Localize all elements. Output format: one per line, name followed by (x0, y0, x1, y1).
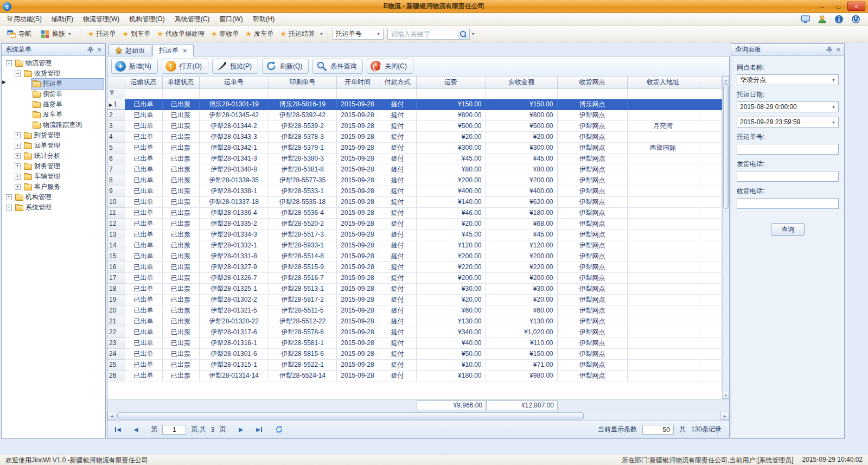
table-row[interactable]: ▶7 已出单 已出票 伊犁28-01340-8 伊犁28-5381-8 2015… (107, 164, 722, 175)
table-row[interactable]: ▶4 已出单 已出票 伊犁28-01343-3 伊犁28-5378-3 2015… (107, 131, 722, 142)
first-page-button[interactable]: ◀ (115, 427, 121, 432)
table-row[interactable]: ▶22 已出单 已出票 伊犁28-01317-6 伊犁28-5578-6 201… (107, 327, 722, 337)
menu-item[interactable]: 窗口(W) (214, 12, 247, 26)
table-row[interactable]: ▶6 已出单 已出票 伊犁28-01341-3 伊犁28-5380-3 2015… (107, 153, 722, 164)
filter-cell[interactable] (269, 88, 336, 99)
query-button[interactable]: 查询 (771, 223, 805, 236)
current-page-input[interactable] (162, 425, 186, 435)
tree-node[interactable]: 物流管理 (14, 58, 104, 69)
tree-node[interactable]: 客户服务 (22, 181, 104, 193)
filter-cell[interactable] (199, 88, 269, 99)
tree-expander-icon[interactable]: + (15, 153, 21, 159)
horizontal-scrollbar[interactable]: ◀ ▶ (107, 411, 729, 420)
column-header[interactable]: 付款方式 (379, 77, 416, 88)
filter-cell[interactable] (627, 88, 699, 99)
table-row[interactable]: ▶3 已出单 已出票 伊犁28-01344-2 伊犁28-5539-2 2015… (107, 120, 722, 131)
tree-node[interactable]: 回单管理 (22, 140, 104, 151)
favorite-shortcut[interactable]: ★ 发车单 (242, 28, 277, 40)
menu-item[interactable]: 帮助(H) (248, 12, 280, 26)
table-row[interactable]: ▶15 已出单 已出票 伊犁28-01331-8 伊犁28-5514-8 201… (107, 251, 722, 262)
table-row[interactable]: ▶13 已出单 已出票 伊犁28-01334-3 伊犁28-5517-3 201… (107, 229, 722, 240)
filter-cell[interactable] (416, 88, 486, 99)
filter-cell[interactable] (486, 88, 557, 99)
skin-button[interactable]: 换肤 ▼ (37, 28, 75, 40)
tree-item[interactable]: − 收货管理 (2, 68, 105, 79)
close-tab-button[interactable]: 关闭(C) (367, 59, 413, 74)
menu-item[interactable]: 物流管理(W) (78, 12, 124, 26)
vertical-scroll-track[interactable] (723, 209, 729, 392)
table-row[interactable]: ▶19 已出单 已出票 伊犁28-01302-2 伊犁28-5817-2 201… (107, 294, 722, 305)
scroll-right-icon[interactable]: ▶ (720, 412, 729, 420)
tree-node[interactable]: 提货单 (31, 99, 104, 110)
tree-item[interactable]: 发车单 (2, 110, 105, 120)
next-page-button[interactable]: ▶ (239, 427, 243, 432)
tree-expander-icon[interactable]: − (15, 71, 21, 77)
column-header[interactable]: 开单时间 (336, 77, 379, 88)
table-row[interactable]: ▶10 已出单 已出票 伊犁28-01337-18 伊犁28-5535-18 2… (107, 196, 722, 207)
tree-node[interactable]: 车辆管理 (22, 171, 104, 182)
column-header[interactable]: 实收金额 (486, 77, 557, 88)
tree-item[interactable]: + 到货管理 (2, 130, 105, 141)
column-header[interactable]: 收货人地址 (627, 77, 699, 88)
pin-icon[interactable] (87, 47, 93, 53)
horizontal-scroll-thumb[interactable] (117, 412, 584, 419)
column-header[interactable]: 运费 (416, 77, 486, 88)
open-button[interactable]: ! 打开(O) (162, 59, 208, 74)
close-button[interactable]: × (847, 2, 865, 11)
table-row[interactable]: ▶23 已出单 已出票 伊犁28-01316-1 伊犁28-5581-1 201… (107, 337, 722, 348)
favorite-shortcut[interactable]: ★ 代收单据处理 (154, 28, 208, 40)
vertical-scrollbar[interactable]: ▲ ▼ (722, 77, 729, 399)
table-row[interactable]: ▶26 已出单 已出票 伊犁28-01314-14 伊犁28-5524-14 2… (107, 370, 722, 381)
favorite-shortcut[interactable]: ★ 托运单 (85, 28, 119, 40)
tree-node[interactable]: 统计分析 (22, 150, 104, 162)
pin-icon[interactable] (826, 47, 832, 53)
tree-item[interactable]: 托运单 (2, 79, 105, 89)
vertical-scroll-thumb[interactable] (723, 84, 729, 209)
close-panel-icon[interactable]: × (836, 46, 840, 53)
table-row[interactable]: ▶5 已出单 已出票 伊犁28-01342-1 伊犁28-5379-1 2015… (107, 142, 722, 153)
tree-item[interactable]: + 客户服务 (2, 182, 105, 192)
minimize-button[interactable]: – (815, 2, 829, 11)
tree-expander-icon[interactable]: + (6, 205, 12, 211)
table-row[interactable]: ▶2 已出单 已出票 伊犁28-01345-42 伊犁28-5392-42 20… (107, 110, 722, 120)
filter-cell[interactable] (557, 88, 627, 99)
table-row[interactable]: ▶16 已出单 已出票 伊犁28-01327-9 伊犁28-5515-9 201… (107, 262, 722, 272)
tree-expander-icon[interactable]: + (15, 143, 21, 149)
table-row[interactable]: ▶21 已出单 已出票 伊犁28-01320-22 伊犁28-5512-22 2… (107, 316, 722, 327)
new-button[interactable]: + 新增(N) (111, 59, 158, 74)
scroll-down-icon[interactable]: ▼ (723, 392, 729, 399)
menu-item[interactable]: 辅助(E) (47, 12, 78, 26)
tree-expander-icon[interactable]: + (15, 132, 21, 138)
column-header[interactable]: 收货网点 (557, 77, 627, 88)
column-header[interactable]: 印刷单号 (269, 77, 336, 88)
table-row[interactable]: ▶12 已出单 已出票 伊犁28-01335-2 伊犁28-5520-2 201… (107, 218, 722, 229)
tree-item[interactable]: + 财务管理 (2, 161, 105, 171)
menu-item[interactable]: 机构管理(O) (124, 12, 169, 26)
table-row[interactable]: ▶25 已出单 已出票 伊犁28-01315-1 伊犁28-5522-1 201… (107, 359, 722, 370)
tree-node[interactable]: 系统管理 (14, 202, 104, 213)
maximize-button[interactable]: □ (831, 2, 846, 11)
condition-query-button[interactable]: 条件查询 (312, 59, 363, 74)
tree-item[interactable]: + 统计分析 (2, 151, 105, 161)
close-panel-icon[interactable]: × (97, 46, 101, 53)
tree-node[interactable]: 倒货单 (31, 88, 104, 100)
scroll-up-icon[interactable]: ▲ (723, 77, 729, 84)
sidebar-collapse-arrow-icon[interactable]: ▶ (2, 79, 6, 85)
computer-icon[interactable] (801, 15, 810, 24)
last-page-button[interactable]: ▶ (256, 427, 262, 432)
favorite-shortcut[interactable]: ★ 托运结算 (277, 28, 318, 40)
tab-consignment[interactable]: 托运单 × (152, 44, 194, 56)
tab-home[interactable]: 起始页 (108, 44, 151, 56)
tree-node[interactable]: 发车单 (31, 109, 104, 120)
favorites-overflow-arrow-icon[interactable]: ▼ (320, 32, 323, 36)
filter-cell[interactable] (162, 88, 199, 99)
tree-item[interactable]: + 机构管理 (2, 192, 105, 202)
column-header[interactable]: 运单号 (199, 77, 269, 88)
favorite-shortcut[interactable]: ★ 签收单 (208, 28, 242, 40)
waybill-input[interactable] (737, 144, 839, 155)
tree-item[interactable]: 提货单 (2, 99, 105, 110)
favorite-shortcut[interactable]: ★ 到车单 (119, 28, 154, 40)
filter-cell[interactable] (379, 88, 416, 99)
column-header[interactable]: 单据状态 (162, 77, 199, 88)
menu-item[interactable]: 常用功能(S) (2, 12, 47, 26)
